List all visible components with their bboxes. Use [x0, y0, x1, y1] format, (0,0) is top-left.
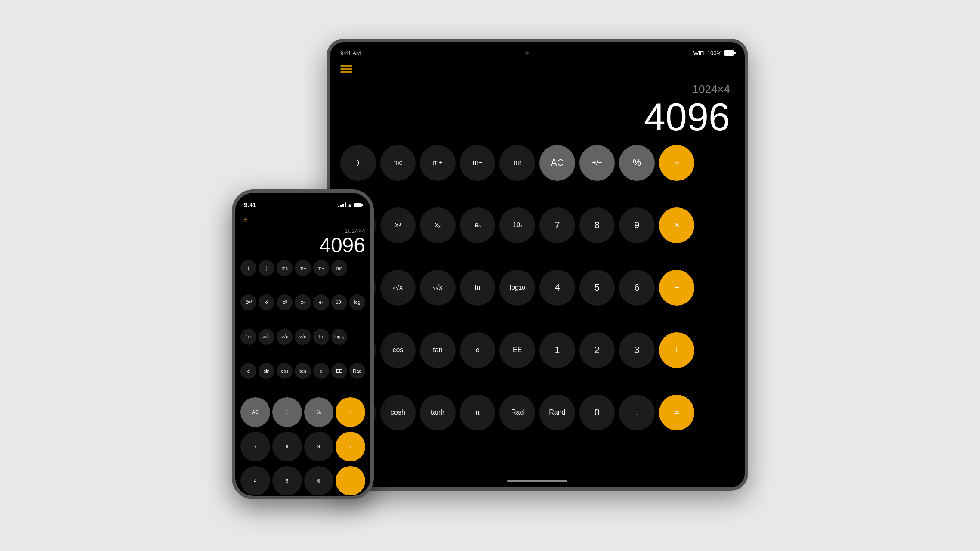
btn-9[interactable]: 9 — [619, 207, 655, 243]
iphone-btn-x3[interactable]: x³ — [277, 294, 293, 310]
iphone-btn-factorial[interactable]: x! — [240, 363, 256, 379]
iphone-btn-sqrty[interactable]: y√x — [295, 329, 311, 345]
iphone-btn-10x[interactable]: 10x — [331, 294, 347, 310]
iphone-btn-mminus[interactable]: m− — [313, 260, 329, 276]
ipad-expression: 1024×4 — [340, 83, 734, 96]
btn-paren-close[interactable]: ) — [340, 145, 376, 181]
iphone-btn-sign[interactable]: +/− — [272, 397, 302, 427]
iphone-btn-sqrt2[interactable]: 2√x — [259, 329, 274, 345]
sidebar-toggle-icon[interactable] — [340, 65, 352, 74]
btn-add[interactable]: + — [659, 332, 695, 368]
iphone-btn-6[interactable]: 6 — [304, 466, 334, 496]
iphone-btn-2nd[interactable]: 2ⁿᵈ — [240, 294, 256, 310]
iphone-btn-5[interactable]: 5 — [272, 466, 302, 496]
iphone-btn-log10[interactable]: log₁₀ — [331, 329, 347, 345]
btn-ln[interactable]: ln — [460, 270, 496, 306]
btn-10x[interactable]: 10x — [499, 207, 535, 243]
btn-divide[interactable]: ÷ — [659, 145, 695, 181]
ipad-home-indicator — [507, 480, 567, 482]
btn-mplus[interactable]: m+ — [420, 145, 456, 181]
iphone-btn-rad[interactable]: Rad — [349, 363, 365, 379]
iphone-btn-subtract[interactable]: − — [336, 466, 365, 496]
iphone-btn-ee[interactable]: EE — [331, 363, 347, 379]
btn-6[interactable]: 6 — [619, 270, 655, 306]
ipad-wifi-label: WiFi — [693, 50, 705, 56]
iphone-btn-percent[interactable]: % — [304, 397, 334, 427]
iphone-status-icons: ▲ — [338, 202, 362, 207]
ipad-row-4: sin cos tan e EE 1 2 3 + — [340, 332, 734, 390]
btn-xy[interactable]: xy — [420, 207, 456, 243]
btn-tan[interactable]: tan — [420, 332, 456, 368]
btn-ee[interactable]: EE — [499, 332, 535, 368]
iphone-result: 4096 — [240, 235, 365, 256]
btn-x3[interactable]: x³ — [380, 207, 416, 243]
iphone-btn-x2[interactable]: x² — [259, 294, 274, 310]
ipad-row-2: x² x³ xy ex 10x 7 8 9 × — [340, 207, 734, 266]
iphone-btn-multiply[interactable]: × — [336, 432, 365, 461]
btn-mc[interactable]: mc — [380, 145, 416, 181]
iphone-btn-e[interactable]: e — [313, 363, 329, 379]
iphone-btn-divide[interactable]: ÷ — [336, 397, 365, 427]
btn-2[interactable]: 2 — [579, 332, 615, 368]
iphone-btn-mr[interactable]: mr — [331, 260, 347, 276]
iphone-btn-log[interactable]: log — [349, 294, 365, 310]
ipad-device: 9:41 AM WiFi 100% 1024×4 4096 — [327, 39, 748, 491]
iphone-btn-sqrt3[interactable]: 3√x — [277, 329, 293, 345]
btn-decimal[interactable]: . — [619, 395, 655, 430]
iphone-display: 1024×4 4096 ( ) mc m+ m− mr 2ⁿᵈ x² x³ — [235, 226, 370, 499]
btn-rand[interactable]: Rand — [539, 395, 575, 430]
btn-tanh[interactable]: tanh — [420, 395, 456, 430]
iphone-toolbar: ⊞ — [235, 212, 370, 226]
iphone-device: 9:41 ▲ ⊞ 1024×4 4096 — [232, 189, 374, 499]
btn-percent[interactable]: % — [619, 145, 655, 181]
btn-ac[interactable]: AC — [539, 145, 575, 181]
btn-multiply[interactable]: × — [659, 207, 695, 243]
btn-8[interactable]: 8 — [579, 207, 615, 243]
iphone-btn-9[interactable]: 9 — [304, 432, 334, 461]
iphone-btn-xy[interactable]: xy — [295, 294, 311, 310]
btn-log10[interactable]: log10 — [499, 270, 535, 306]
iphone-btn-paren-close[interactable]: ) — [259, 260, 274, 276]
iphone-btn-ac[interactable]: AC — [240, 397, 270, 427]
btn-pi[interactable]: π — [460, 395, 496, 430]
btn-7[interactable]: 7 — [539, 207, 575, 243]
iphone-btn-tan[interactable]: tan — [295, 363, 311, 379]
iphone-battery-icon — [354, 203, 362, 207]
btn-mr[interactable]: mr — [499, 145, 535, 181]
btn-e[interactable]: e — [460, 332, 496, 368]
btn-equals[interactable]: = — [659, 395, 695, 430]
btn-sqrty[interactable]: y√x — [420, 270, 456, 306]
btn-mminus[interactable]: m− — [460, 145, 496, 181]
iphone-btn-sin[interactable]: sin — [259, 363, 274, 379]
btn-ex[interactable]: ex — [460, 207, 496, 243]
iphone-btn-1x[interactable]: 1/x — [240, 329, 256, 345]
iphone-sidebar-icon[interactable]: ⊞ — [242, 215, 248, 223]
btn-0[interactable]: 0 — [579, 395, 615, 430]
iphone-btn-ln[interactable]: ln — [313, 329, 329, 345]
ipad-display: 1024×4 4096 ) mc m+ m− mr AC +/− % ÷ — [330, 78, 745, 474]
iphone-btn-mplus[interactable]: m+ — [295, 260, 311, 276]
btn-cos[interactable]: cos — [380, 332, 416, 368]
iphone-btn-mc[interactable]: mc — [277, 260, 293, 276]
btn-1[interactable]: 1 — [539, 332, 575, 368]
iphone-btn-paren-open[interactable]: ( — [240, 260, 256, 276]
iphone-btn-8[interactable]: 8 — [272, 432, 302, 461]
btn-subtract[interactable]: − — [659, 270, 695, 306]
iphone-btn-4[interactable]: 4 — [240, 466, 270, 496]
iphone-btn-cos[interactable]: cos — [277, 363, 293, 379]
btn-sqrt3[interactable]: 3√x — [380, 270, 416, 306]
ipad-row-1: ) mc m+ m− mr AC +/− % ÷ — [340, 145, 734, 203]
ipad-status-bar: 9:41 AM WiFi 100% — [330, 42, 745, 61]
ipad-battery-label: 100% — [707, 50, 721, 56]
btn-4[interactable]: 4 — [539, 270, 575, 306]
iphone-time: 9:41 — [244, 201, 256, 208]
btn-3[interactable]: 3 — [619, 332, 655, 368]
btn-5[interactable]: 5 — [579, 270, 615, 306]
iphone-btn-7[interactable]: 7 — [240, 432, 270, 461]
ipad-status-time: 9:41 AM — [340, 50, 361, 56]
ipad-home-bar — [330, 474, 745, 487]
btn-sign[interactable]: +/− — [579, 145, 615, 181]
btn-rad[interactable]: Rad — [499, 395, 535, 430]
iphone-btn-ex[interactable]: ex — [313, 294, 329, 310]
btn-cosh[interactable]: cosh — [380, 395, 416, 430]
